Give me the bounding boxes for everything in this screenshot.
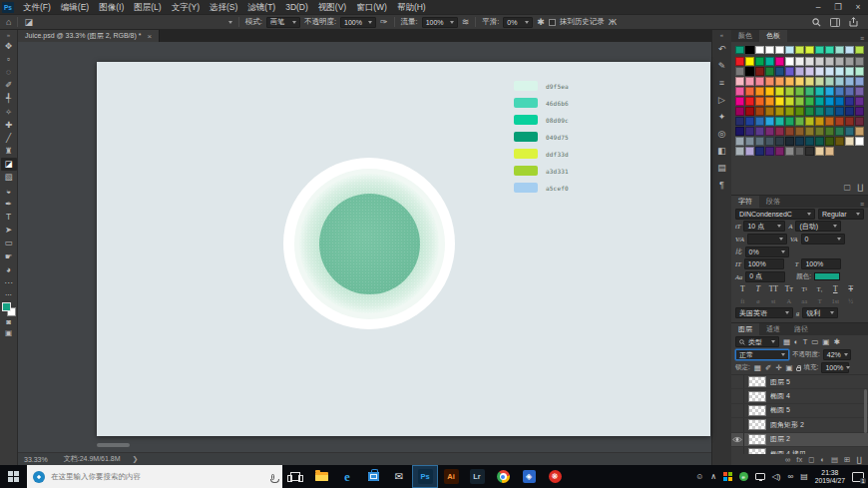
menu-item-3[interactable]: 图层(L) (129, 0, 166, 14)
gear-icon[interactable]: ✱ (537, 15, 545, 29)
layer-filter-icon-1[interactable]: ◐ (794, 337, 799, 346)
recent-swatch-1[interactable] (745, 46, 754, 54)
swatch-5-0[interactable] (735, 107, 744, 116)
notification-icon[interactable]: 1 (852, 472, 864, 482)
path-selection-tool[interactable]: ➤ (1, 224, 17, 237)
layer-group-icon[interactable]: ▤ (831, 455, 838, 464)
microphone-icon[interactable] (271, 474, 274, 480)
brush-symmetry-icon[interactable]: Ж (609, 15, 617, 29)
new-swatch-icon[interactable]: ▢ (843, 183, 851, 192)
swatch-5-3[interactable] (765, 107, 774, 116)
tab-character[interactable]: 字符 (731, 196, 759, 208)
swatch-7-5[interactable] (785, 127, 794, 136)
swatch-3-3[interactable] (765, 87, 774, 96)
layer-row-1[interactable]: 椭圆 4 (731, 389, 868, 403)
display-icon[interactable] (755, 473, 765, 480)
comments-panel-icon[interactable]: ✎ (714, 57, 730, 74)
swatch-2-12[interactable] (855, 77, 864, 86)
new-layer-icon[interactable]: ⊞ (844, 455, 850, 464)
file-explorer-icon[interactable] (308, 465, 334, 488)
lightroom-icon[interactable]: Lr (464, 465, 490, 488)
recent-swatch-2[interactable] (755, 46, 764, 54)
swatch-3-9[interactable] (825, 87, 834, 96)
swatch-3-7[interactable] (805, 87, 814, 96)
opentype-button-6[interactable]: 1st (828, 297, 843, 304)
swatch-8-7[interactable] (805, 137, 814, 146)
font-size-select[interactable]: 10 点 (743, 221, 785, 232)
visibility-toggle-empty[interactable] (731, 418, 744, 431)
red-app-icon[interactable]: ❋ (542, 465, 568, 488)
swatch-1-11[interactable] (845, 67, 854, 76)
type-style-button-7[interactable]: T (844, 284, 859, 294)
swatch-0-8[interactable] (815, 57, 824, 66)
font-style-select[interactable]: Regular (818, 209, 864, 220)
link-icon[interactable]: ∞ (787, 472, 793, 481)
recent-swatch-4[interactable] (775, 46, 784, 54)
history-panel-icon[interactable]: ↶ (714, 40, 730, 57)
swatch-6-0[interactable] (735, 117, 744, 126)
move-tool[interactable]: ✥ (1, 39, 17, 52)
layer-filter-icon-0[interactable]: ▦ (783, 337, 790, 346)
airbrush-icon[interactable]: ≋ (462, 15, 470, 29)
layer-row-2[interactable]: 椭圆 5 (731, 404, 868, 418)
antialias-select[interactable]: 锐利 (802, 307, 838, 318)
swatch-0-9[interactable] (825, 57, 834, 66)
people-icon[interactable]: ☺ (695, 472, 703, 481)
swatch-8-3[interactable] (765, 137, 774, 146)
swatch-7-7[interactable] (805, 127, 814, 136)
info-panel-icon[interactable]: ◎ (714, 125, 730, 142)
shape-tool[interactable]: ▭ (1, 237, 17, 249)
edit-toolbar-dots[interactable]: ⋯ (1, 289, 17, 300)
recent-swatch-3[interactable] (765, 46, 774, 54)
leading-select[interactable]: (自动) (795, 221, 841, 232)
tab-swatches[interactable]: 色板 (759, 30, 787, 42)
swatch-0-3[interactable] (765, 57, 774, 66)
swatch-0-12[interactable] (855, 57, 864, 66)
brush-tool[interactable]: ╱ (1, 131, 17, 144)
task-view-button[interactable] (282, 465, 308, 488)
menu-item-8[interactable]: 视图(V) (313, 0, 351, 14)
swatch-6-12[interactable] (855, 117, 864, 126)
visibility-eye-icon[interactable] (731, 433, 744, 446)
illustrator-icon[interactable]: Ai (438, 465, 464, 488)
swatch-1-1[interactable] (745, 67, 754, 76)
swatch-6-1[interactable] (745, 117, 754, 126)
recent-swatch-9[interactable] (825, 46, 834, 54)
swatch-8-9[interactable] (825, 137, 834, 146)
swatch-7-3[interactable] (765, 127, 774, 136)
swatch-2-1[interactable] (745, 77, 754, 86)
swatch-7-2[interactable] (755, 127, 764, 136)
swatch-8-12[interactable] (855, 137, 864, 146)
pressure-opacity-icon[interactable]: ✑ (380, 15, 388, 29)
photoshop-icon[interactable]: Ps (412, 465, 438, 488)
swatch-0-5[interactable] (785, 57, 794, 66)
cortana-icon[interactable] (33, 471, 45, 483)
swatch-4-3[interactable] (765, 97, 774, 106)
swatch-3-2[interactable] (755, 87, 764, 96)
swatch-5-7[interactable] (805, 107, 814, 116)
fill-select[interactable]: 100% (821, 362, 849, 373)
recent-swatch-10[interactable] (835, 46, 844, 54)
swatch-4-12[interactable] (855, 97, 864, 106)
visibility-toggle-empty[interactable] (731, 375, 744, 388)
swatch-9-0[interactable] (735, 147, 744, 156)
swatch-1-8[interactable] (815, 67, 824, 76)
proportional-spacing-select[interactable]: 0% (745, 246, 789, 257)
swatch-4-2[interactable] (755, 97, 764, 106)
swatch-9-9[interactable] (825, 147, 834, 156)
swatch-0-2[interactable] (755, 57, 764, 66)
close-button[interactable]: × (848, 0, 868, 14)
antivirus-icon[interactable]: e (739, 472, 748, 481)
lock-icon-2[interactable]: ✛ (775, 363, 781, 372)
recent-swatch-0[interactable] (735, 46, 744, 54)
horizontal-scale-input[interactable]: 100% (801, 258, 841, 269)
layer-filter-icon-3[interactable]: ▭ (811, 337, 818, 346)
swatch-4-0[interactable] (735, 97, 744, 106)
swatch-6-8[interactable] (815, 117, 824, 126)
tab-paragraph[interactable]: 段落 (759, 196, 787, 208)
swatch-2-8[interactable] (815, 77, 824, 86)
foreground-color-chip[interactable] (2, 302, 11, 311)
visibility-toggle-empty[interactable] (731, 389, 744, 402)
swatch-2-9[interactable] (825, 77, 834, 86)
type-style-button-5[interactable]: T₁ (813, 284, 828, 294)
